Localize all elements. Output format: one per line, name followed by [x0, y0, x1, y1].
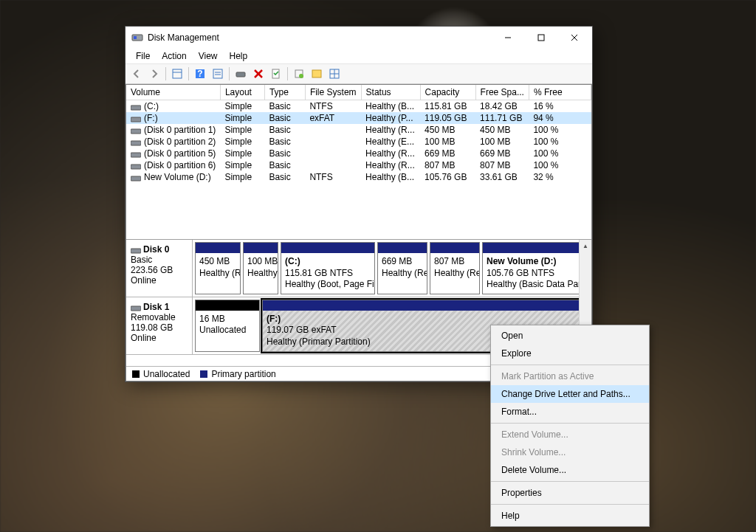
svg-text:?: ?: [197, 69, 202, 79]
svg-rect-13: [236, 72, 245, 77]
ctx-delete[interactable]: Delete Volume...: [491, 461, 649, 479]
volume-row[interactable]: (Disk 0 partition 6)SimpleBasicHealthy (…: [126, 159, 591, 171]
ctx-explore[interactable]: Explore: [491, 345, 649, 362]
svg-rect-28: [131, 165, 141, 169]
properties-button[interactable]: [268, 66, 284, 82]
svg-rect-27: [131, 153, 141, 157]
toolbar-separator: [287, 67, 288, 80]
svg-rect-25: [131, 129, 141, 134]
close-button[interactable]: [557, 27, 591, 48]
menu-view[interactable]: View: [193, 49, 224, 63]
disk0-partition[interactable]: 807 MBHealthy (Reco: [430, 242, 480, 294]
col-type[interactable]: Type: [264, 85, 305, 100]
volume-list[interactable]: Volume Layout Type File System Status Ca…: [126, 85, 591, 240]
titlebar[interactable]: Disk Management: [126, 27, 592, 49]
menu-help[interactable]: Help: [224, 49, 254, 63]
legend-primary: Primary partition: [211, 369, 275, 379]
disk0-partition[interactable]: 100 MBHealthy: [243, 242, 278, 294]
disk1-label[interactable]: Disk 1 Removable 119.08 GB Online: [126, 297, 193, 354]
ctx-shrink: Shrink Volume...: [491, 443, 649, 461]
list-icon[interactable]: [309, 66, 325, 82]
ctx-help[interactable]: Help: [491, 507, 649, 525]
ctx-change-letter[interactable]: Change Drive Letter and Paths...: [491, 385, 649, 403]
disk-row-0: Disk 0 Basic 223.56 GB Online 450 MBHeal…: [126, 240, 591, 297]
volume-row[interactable]: (C:)SimpleBasicNTFSHealthy (B...115.81 G…: [126, 100, 591, 113]
ctx-separator: [491, 423, 649, 424]
forward-button[interactable]: [146, 66, 162, 82]
back-button[interactable]: [128, 66, 145, 82]
volume-table: Volume Layout Type File System Status Ca…: [126, 85, 591, 183]
disk1-unallocated[interactable]: 16 MBUnallocated: [195, 300, 260, 352]
window-title: Disk Management: [148, 32, 491, 43]
refresh-icon[interactable]: [291, 66, 307, 82]
col-volume[interactable]: Volume: [126, 85, 220, 100]
toolbar-separator: [188, 67, 189, 80]
disk0-partition[interactable]: 669 MBHealthy (Reco: [377, 242, 427, 294]
svg-rect-30: [131, 249, 141, 253]
volume-row[interactable]: (Disk 0 partition 5)SimpleBasicHealthy (…: [126, 148, 591, 159]
maximize-button[interactable]: [524, 27, 557, 48]
col-layout[interactable]: Layout: [220, 85, 264, 100]
menu-action[interactable]: Action: [156, 49, 192, 63]
minimize-button[interactable]: [491, 27, 524, 48]
ctx-open[interactable]: Open: [491, 327, 649, 345]
disk0-partition[interactable]: (C:)115.81 GB NTFSHealthy (Boot, Page Fi…: [281, 242, 375, 294]
volume-row[interactable]: (Disk 0 partition 1)SimpleBasicHealthy (…: [126, 124, 591, 136]
details-button[interactable]: [210, 66, 226, 82]
svg-rect-3: [538, 35, 544, 41]
volume-row[interactable]: New Volume (D:)SimpleBasicNTFSHealthy (B…: [126, 171, 591, 183]
ctx-extend: Extend Volume...: [491, 426, 649, 443]
disk0-partitions: 450 MBHealthy (Rec100 MBHealthy(C:)115.8…: [193, 240, 591, 297]
ctx-properties[interactable]: Properties: [491, 484, 649, 502]
menu-file[interactable]: File: [130, 49, 156, 63]
refresh-button[interactable]: [233, 66, 249, 82]
context-menu: Open Explore Mark Partition as Active Ch…: [490, 325, 650, 527]
svg-rect-23: [131, 106, 141, 110]
ctx-separator: [491, 481, 649, 482]
grid-icon[interactable]: [326, 66, 343, 82]
svg-rect-31: [131, 306, 141, 311]
help-icon[interactable]: ?: [192, 66, 208, 82]
delete-button[interactable]: [250, 66, 267, 82]
col-capacity[interactable]: Capacity: [420, 85, 475, 100]
col-free[interactable]: Free Spa...: [475, 85, 529, 100]
app-icon: [131, 32, 143, 44]
svg-rect-29: [131, 176, 141, 181]
toolbar: ?: [126, 63, 592, 84]
svg-rect-1: [134, 36, 137, 39]
svg-point-18: [299, 74, 303, 78]
volume-row[interactable]: (F:)SimpleBasicexFATHealthy (P...119.05 …: [126, 112, 591, 124]
menubar: File Action View Help: [126, 49, 592, 63]
ctx-separator: [491, 504, 649, 505]
svg-rect-24: [131, 117, 141, 122]
show-hide-tree-button[interactable]: [169, 66, 185, 82]
svg-rect-10: [213, 69, 222, 78]
scroll-up-icon[interactable]: ▲: [580, 240, 591, 252]
col-status[interactable]: Status: [361, 85, 420, 100]
col-fs[interactable]: File System: [305, 85, 361, 100]
toolbar-separator: [165, 67, 166, 80]
svg-rect-6: [173, 69, 182, 78]
ctx-mark-active: Mark Partition as Active: [491, 367, 649, 385]
col-pct[interactable]: % Free: [529, 85, 591, 100]
ctx-separator: [491, 365, 649, 365]
toolbar-separator: [229, 67, 230, 80]
disk0-label[interactable]: Disk 0 Basic 223.56 GB Online: [126, 240, 193, 297]
volume-row[interactable]: (Disk 0 partition 2)SimpleBasicHealthy (…: [126, 136, 591, 148]
disk0-partition[interactable]: 450 MBHealthy (Rec: [195, 242, 241, 294]
svg-rect-19: [312, 70, 321, 77]
legend-unallocated: Unallocated: [143, 369, 190, 379]
svg-rect-26: [131, 141, 141, 145]
disk0-partition[interactable]: New Volume (D:)105.76 GB NTFSHealthy (Ba…: [482, 242, 581, 294]
ctx-format[interactable]: Format...: [491, 403, 649, 421]
